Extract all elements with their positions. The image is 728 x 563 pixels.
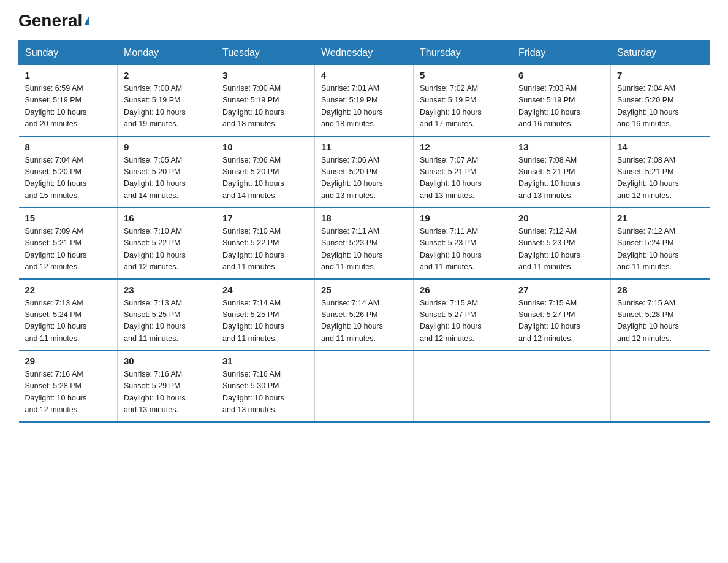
day-number: 1 — [25, 70, 112, 80]
calendar-day-cell: 25 Sunrise: 7:14 AMSunset: 5:26 PMDaylig… — [315, 279, 414, 351]
calendar-empty-cell — [611, 350, 710, 422]
calendar-day-cell: 23 Sunrise: 7:13 AMSunset: 5:25 PMDaylig… — [118, 279, 216, 351]
calendar-day-cell: 26 Sunrise: 7:15 AMSunset: 5:27 PMDaylig… — [414, 279, 512, 351]
calendar-table: SundayMondayTuesdayWednesdayThursdayFrid… — [18, 40, 710, 423]
day-number: 21 — [617, 213, 703, 223]
day-info: Sunrise: 7:08 AMSunset: 5:21 PMDaylight:… — [518, 156, 580, 200]
calendar-day-cell: 2 Sunrise: 7:00 AMSunset: 5:19 PMDayligh… — [118, 65, 216, 136]
day-number: 14 — [617, 142, 703, 152]
calendar-week-row: 22 Sunrise: 7:13 AMSunset: 5:24 PMDaylig… — [19, 279, 710, 351]
day-info: Sunrise: 7:15 AMSunset: 5:28 PMDaylight:… — [617, 299, 679, 343]
day-number: 23 — [124, 285, 210, 295]
day-number: 29 — [25, 356, 112, 366]
calendar-day-cell: 11 Sunrise: 7:06 AMSunset: 5:20 PMDaylig… — [315, 136, 414, 208]
calendar-day-cell: 21 Sunrise: 7:12 AMSunset: 5:24 PMDaylig… — [611, 207, 710, 279]
day-number: 2 — [124, 70, 210, 80]
day-number: 5 — [420, 70, 506, 80]
calendar-day-cell: 31 Sunrise: 7:16 AMSunset: 5:30 PMDaylig… — [216, 350, 315, 422]
day-info: Sunrise: 7:04 AMSunset: 5:20 PMDaylight:… — [617, 84, 679, 128]
calendar-day-cell: 1 Sunrise: 6:59 AMSunset: 5:19 PMDayligh… — [19, 65, 118, 136]
day-info: Sunrise: 7:16 AMSunset: 5:28 PMDaylight:… — [25, 370, 87, 414]
day-number: 24 — [222, 285, 308, 295]
day-number: 6 — [518, 70, 604, 80]
page-header: General — [18, 12, 710, 29]
logo-general: General — [18, 12, 82, 29]
calendar-day-cell: 28 Sunrise: 7:15 AMSunset: 5:28 PMDaylig… — [611, 279, 710, 351]
calendar-week-row: 8 Sunrise: 7:04 AMSunset: 5:20 PMDayligh… — [19, 136, 710, 208]
day-number: 18 — [321, 213, 407, 223]
day-number: 8 — [25, 142, 112, 152]
weekday-header-sunday: Sunday — [19, 41, 118, 65]
calendar-week-row: 1 Sunrise: 6:59 AMSunset: 5:19 PMDayligh… — [19, 65, 710, 136]
weekday-header-monday: Monday — [118, 41, 216, 65]
calendar-empty-cell — [512, 350, 611, 422]
day-number: 10 — [222, 142, 308, 152]
weekday-header-saturday: Saturday — [611, 41, 710, 65]
day-info: Sunrise: 7:06 AMSunset: 5:20 PMDaylight:… — [321, 156, 383, 200]
day-info: Sunrise: 7:01 AMSunset: 5:19 PMDaylight:… — [321, 84, 383, 128]
day-number: 12 — [420, 142, 506, 152]
calendar-week-row: 29 Sunrise: 7:16 AMSunset: 5:28 PMDaylig… — [19, 350, 710, 422]
weekday-header-wednesday: Wednesday — [315, 41, 414, 65]
calendar-empty-cell — [315, 350, 414, 422]
calendar-day-cell: 12 Sunrise: 7:07 AMSunset: 5:21 PMDaylig… — [414, 136, 512, 208]
calendar-day-cell: 10 Sunrise: 7:06 AMSunset: 5:20 PMDaylig… — [216, 136, 315, 208]
calendar-day-cell: 7 Sunrise: 7:04 AMSunset: 5:20 PMDayligh… — [611, 65, 710, 136]
day-info: Sunrise: 7:06 AMSunset: 5:20 PMDaylight:… — [222, 156, 284, 200]
calendar-day-cell: 13 Sunrise: 7:08 AMSunset: 5:21 PMDaylig… — [512, 136, 611, 208]
day-number: 3 — [222, 70, 308, 80]
weekday-header-tuesday: Tuesday — [216, 41, 315, 65]
day-info: Sunrise: 7:15 AMSunset: 5:27 PMDaylight:… — [420, 299, 482, 343]
day-info: Sunrise: 7:11 AMSunset: 5:23 PMDaylight:… — [420, 227, 482, 271]
calendar-day-cell: 20 Sunrise: 7:12 AMSunset: 5:23 PMDaylig… — [512, 207, 611, 279]
day-number: 13 — [518, 142, 604, 152]
day-info: Sunrise: 7:00 AMSunset: 5:19 PMDaylight:… — [124, 84, 186, 128]
day-info: Sunrise: 7:15 AMSunset: 5:27 PMDaylight:… — [518, 299, 580, 343]
day-info: Sunrise: 7:09 AMSunset: 5:21 PMDaylight:… — [25, 227, 87, 271]
day-number: 26 — [420, 285, 506, 295]
calendar-day-cell: 24 Sunrise: 7:14 AMSunset: 5:25 PMDaylig… — [216, 279, 315, 351]
calendar-day-cell: 15 Sunrise: 7:09 AMSunset: 5:21 PMDaylig… — [19, 207, 118, 279]
day-number: 17 — [222, 213, 308, 223]
day-number: 20 — [518, 213, 604, 223]
calendar-day-cell: 5 Sunrise: 7:02 AMSunset: 5:19 PMDayligh… — [414, 65, 512, 136]
day-number: 25 — [321, 285, 407, 295]
day-info: Sunrise: 7:14 AMSunset: 5:25 PMDaylight:… — [222, 299, 284, 343]
calendar-day-cell: 16 Sunrise: 7:10 AMSunset: 5:22 PMDaylig… — [118, 207, 216, 279]
day-info: Sunrise: 7:16 AMSunset: 5:29 PMDaylight:… — [124, 370, 186, 414]
calendar-empty-cell — [414, 350, 512, 422]
calendar-day-cell: 19 Sunrise: 7:11 AMSunset: 5:23 PMDaylig… — [414, 207, 512, 279]
logo-triangle — [84, 15, 89, 25]
day-info: Sunrise: 7:11 AMSunset: 5:23 PMDaylight:… — [321, 227, 383, 271]
day-info: Sunrise: 7:00 AMSunset: 5:19 PMDaylight:… — [222, 84, 284, 128]
day-info: Sunrise: 7:03 AMSunset: 5:19 PMDaylight:… — [518, 84, 580, 128]
calendar-day-cell: 18 Sunrise: 7:11 AMSunset: 5:23 PMDaylig… — [315, 207, 414, 279]
day-info: Sunrise: 7:14 AMSunset: 5:26 PMDaylight:… — [321, 299, 383, 343]
weekday-header-thursday: Thursday — [414, 41, 512, 65]
logo: General — [18, 12, 89, 29]
calendar-day-cell: 30 Sunrise: 7:16 AMSunset: 5:29 PMDaylig… — [118, 350, 216, 422]
day-number: 19 — [420, 213, 506, 223]
day-number: 28 — [617, 285, 703, 295]
calendar-day-cell: 8 Sunrise: 7:04 AMSunset: 5:20 PMDayligh… — [19, 136, 118, 208]
day-number: 31 — [222, 356, 308, 366]
day-info: Sunrise: 7:13 AMSunset: 5:25 PMDaylight:… — [124, 299, 186, 343]
day-number: 30 — [124, 356, 210, 366]
day-number: 9 — [124, 142, 210, 152]
day-number: 11 — [321, 142, 407, 152]
day-number: 22 — [25, 285, 112, 295]
day-number: 4 — [321, 70, 407, 80]
day-info: Sunrise: 7:07 AMSunset: 5:21 PMDaylight:… — [420, 156, 482, 200]
day-number: 16 — [124, 213, 210, 223]
calendar-day-cell: 14 Sunrise: 7:08 AMSunset: 5:21 PMDaylig… — [611, 136, 710, 208]
weekday-header-friday: Friday — [512, 41, 611, 65]
calendar-day-cell: 17 Sunrise: 7:10 AMSunset: 5:22 PMDaylig… — [216, 207, 315, 279]
day-info: Sunrise: 7:12 AMSunset: 5:24 PMDaylight:… — [617, 227, 679, 271]
day-info: Sunrise: 7:02 AMSunset: 5:19 PMDaylight:… — [420, 84, 482, 128]
day-number: 7 — [617, 70, 703, 80]
calendar-day-cell: 6 Sunrise: 7:03 AMSunset: 5:19 PMDayligh… — [512, 65, 611, 136]
calendar-day-cell: 9 Sunrise: 7:05 AMSunset: 5:20 PMDayligh… — [118, 136, 216, 208]
day-number: 15 — [25, 213, 112, 223]
day-info: Sunrise: 7:16 AMSunset: 5:30 PMDaylight:… — [222, 370, 284, 414]
day-info: Sunrise: 7:04 AMSunset: 5:20 PMDaylight:… — [25, 156, 87, 200]
